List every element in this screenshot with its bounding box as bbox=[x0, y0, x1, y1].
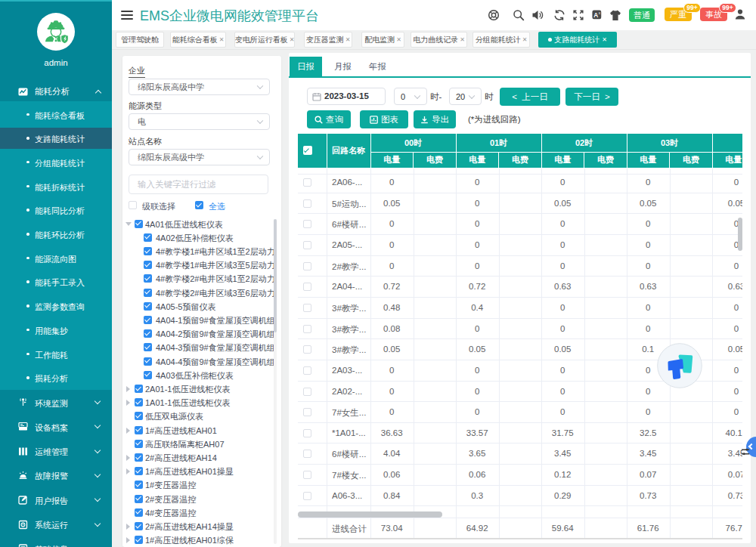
svg-text:A: A bbox=[593, 11, 598, 19]
